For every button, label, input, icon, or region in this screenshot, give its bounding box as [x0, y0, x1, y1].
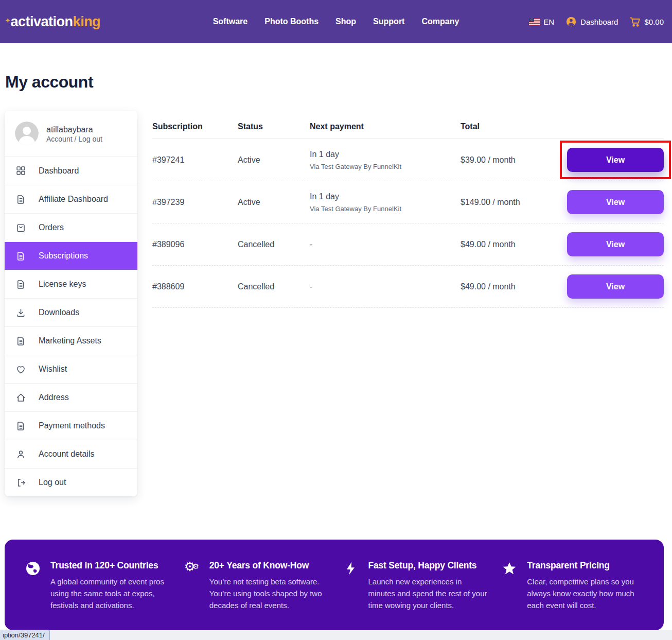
heart-icon [15, 364, 26, 375]
column-header-next-payment: Next payment [310, 122, 461, 131]
sidebar-item-subscriptions[interactable]: Subscriptions [5, 241, 137, 270]
sidebar-item-label: License keys [39, 280, 86, 289]
subscription-total: $49.00 / month [461, 240, 567, 249]
language-label: EN [543, 18, 554, 26]
document-icon [15, 336, 26, 347]
view-subscription-button[interactable]: View [567, 148, 664, 172]
logout-icon [15, 477, 26, 488]
document-icon [15, 279, 26, 290]
sidebar-item-label: Orders [39, 223, 64, 232]
feature-title: Trusted in 120+ Countries [50, 560, 171, 571]
us-flag-icon [529, 18, 540, 25]
subscription-id: #397239 [152, 198, 238, 207]
navbar-right: EN Dashboard $0.00 [529, 16, 664, 27]
nav-item-photo-booths[interactable]: Photo Booths [264, 17, 319, 26]
avatar [15, 122, 39, 145]
highlight-rectangle: View [560, 141, 671, 179]
language-switcher[interactable]: EN [529, 18, 554, 26]
browser-status-tooltip: iption/397241/ [0, 630, 50, 640]
logo-text-king: king [73, 14, 101, 30]
sidebar-item-license-keys[interactable]: License keys [5, 270, 137, 298]
document-icon [15, 251, 26, 262]
subscription-status: Active [238, 155, 310, 165]
sidebar-item-dashboard[interactable]: Dashboard [5, 157, 137, 185]
nav-item-software[interactable]: Software [213, 17, 248, 26]
sidebar-menu: Dashboard Affiliate Dashboard Orders Sub… [5, 157, 137, 496]
feature-body: Clear, competitive plans so you always k… [527, 576, 647, 611]
user-icon [15, 449, 26, 460]
subscription-total: $49.00 / month [461, 282, 567, 291]
sidebar-item-label: Affiliate Dashboard [39, 195, 108, 204]
sidebar-item-label: Payment methods [39, 421, 105, 430]
column-header-total: Total [461, 122, 567, 131]
home-icon [15, 392, 26, 403]
bolt-icon [343, 561, 360, 578]
feature-know-how: ⚙⚙ 20+ Years of Know-How You’re not test… [184, 560, 334, 630]
subscription-total: $39.00 / month [461, 155, 567, 165]
account-logout-links[interactable]: Account / Log out [46, 135, 102, 143]
sidebar-item-label: Marketing Assets [39, 336, 101, 345]
feature-fast-setup: Fast Setup, Happy Clients Launch new exp… [343, 560, 493, 630]
sidebar-item-account-details[interactable]: Account details [5, 440, 137, 468]
subscriptions-table: Subscription Status Next payment Total #… [152, 114, 664, 308]
bottom-strip [0, 630, 672, 640]
sidebar-item-address[interactable]: Address [5, 383, 137, 411]
sidebar-item-label: Account details [39, 449, 95, 459]
sidebar-item-label: Downloads [39, 308, 79, 317]
sidebar-item-label: Log out [39, 478, 66, 487]
logo-text-activation: activation [11, 14, 73, 30]
sparkle-icon: ✦ [5, 17, 10, 24]
sidebar-item-wishlist[interactable]: Wishlist [5, 355, 137, 383]
cart-icon [629, 16, 641, 27]
next-payment: In 1 day [310, 192, 461, 201]
globe-icon [25, 561, 42, 578]
dashboard-link[interactable]: Dashboard [565, 16, 618, 27]
star-icon [502, 561, 518, 578]
cart-total: $0.00 [644, 18, 664, 26]
subscription-status: Cancelled [238, 240, 310, 249]
feature-trusted-countries: Trusted in 120+ Countries A global commu… [25, 560, 175, 630]
column-header-subscription: Subscription [152, 122, 238, 131]
sidebar-item-log-out[interactable]: Log out [5, 468, 137, 496]
sidebar-item-marketing-assets[interactable]: Marketing Assets [5, 326, 137, 355]
nav-item-shop[interactable]: Shop [335, 17, 356, 26]
sidebar-item-label: Wishlist [39, 365, 67, 374]
shopping-bag-icon [15, 222, 26, 233]
user-name: atillabaybara [46, 124, 102, 135]
next-payment-gateway: Via Test Gateway By FunnelKit [310, 205, 461, 213]
footer-feature-band: Trusted in 120+ Countries A global commu… [5, 540, 664, 630]
subscription-id: #389096 [152, 240, 238, 249]
sidebar-item-label: Subscriptions [39, 251, 88, 261]
nav-item-company[interactable]: Company [421, 17, 459, 26]
table-header-row: Subscription Status Next payment Total [152, 114, 664, 139]
cart[interactable]: $0.00 [629, 16, 664, 27]
view-subscription-button[interactable]: View [567, 190, 664, 214]
subscription-id: #397241 [152, 155, 238, 165]
feature-body: You’re not testing beta software. You’re… [209, 576, 330, 611]
document-icon [15, 194, 26, 205]
sidebar-item-label: Address [39, 393, 69, 402]
brand-logo[interactable]: ✦activationking [5, 14, 100, 30]
subscription-status: Cancelled [238, 282, 310, 291]
feature-body: Launch new experiences in minutes and sp… [368, 576, 489, 611]
feature-title: 20+ Years of Know-How [209, 560, 330, 571]
grid-icon [15, 165, 26, 176]
view-subscription-button[interactable]: View [567, 274, 664, 299]
subscription-status: Active [238, 198, 310, 207]
feature-body: A global community of event pros using t… [50, 576, 171, 611]
sidebar-item-downloads[interactable]: Downloads [5, 298, 137, 326]
page-title: My account [5, 73, 672, 92]
user-circle-icon [565, 16, 577, 27]
view-subscription-button[interactable]: View [567, 232, 664, 256]
account-sidebar: atillabaybara Account / Log out Dashboar… [5, 111, 137, 496]
nav-item-support[interactable]: Support [373, 17, 404, 26]
sidebar-item-payment-methods[interactable]: Payment methods [5, 411, 137, 440]
feature-transparent-pricing: Transparent Pricing Clear, competitive p… [502, 560, 651, 630]
sidebar-item-affiliate-dashboard[interactable]: Affiliate Dashboard [5, 185, 137, 213]
user-block: atillabaybara Account / Log out [5, 111, 137, 157]
table-row: #397239 Active In 1 day Via Test Gateway… [152, 181, 664, 223]
sidebar-item-label: Dashboard [39, 166, 79, 176]
sidebar-item-orders[interactable]: Orders [5, 213, 137, 241]
document-icon [15, 421, 26, 431]
gears-icon: ⚙⚙ [184, 561, 201, 572]
